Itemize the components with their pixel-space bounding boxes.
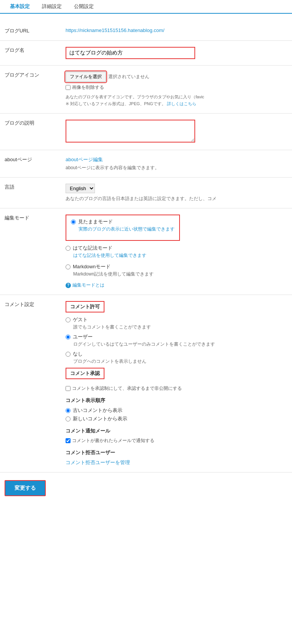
radio-order-new[interactable] xyxy=(66,417,71,421)
icon-desc-link[interactable]: 詳しくはこちら xyxy=(167,101,196,106)
icon-description: あなたのブログを表すアイコンです。ブラウザのタブやお気に入り（favic ※ 対… xyxy=(66,94,287,107)
label-comment-guest: ゲスト xyxy=(73,316,88,323)
radio-markdown[interactable] xyxy=(66,264,71,269)
label-edit-mode: 編集モード xyxy=(0,208,61,295)
row-blog-icon: ブログアイコン ファイルを選択 選択されていません 画像を削除する あなたのブロ… xyxy=(0,66,292,114)
comment-order-new: 新しいコメントから表示 xyxy=(66,415,287,422)
radio-row-hatena: はてな記法モード xyxy=(66,245,287,252)
comment-notify-title: コメント通知メール xyxy=(66,428,287,434)
row-language: 言語 日本語 English あなたのブログの言語を日本語または英語に設定できま… xyxy=(0,178,292,208)
about-page-description: aboutページに表示する内容を編集できます。 xyxy=(66,165,159,170)
tabs-bar: 基本設定 詳細設定 公開設定 xyxy=(0,0,292,14)
language-description: あなたのブログの言語を日本語または英語に設定できます。ただし、コメ xyxy=(66,195,287,202)
row-edit-mode: 編集モード 見たままモード 実際のブログの表示に近い状態で編集できます はてな記… xyxy=(0,208,292,295)
radio-wysiwyg[interactable] xyxy=(71,219,76,224)
desc-comment-user: ログインしているはてなユーザーのみコメントを書くことができます xyxy=(73,341,287,348)
label-wysiwyg: 見たままモード xyxy=(78,218,113,225)
row-blog-name: ブログ名 xyxy=(0,41,292,66)
notify-checkbox[interactable] xyxy=(66,438,71,443)
delete-image-checkbox[interactable] xyxy=(66,85,71,90)
label-about-page: aboutページ xyxy=(0,150,61,178)
blog-name-input[interactable] xyxy=(66,47,195,59)
comment-reject-link[interactable]: コメント拒否ユーザーを管理 xyxy=(66,460,130,465)
label-blog-icon: ブログアイコン xyxy=(0,66,61,114)
file-select-button[interactable]: ファイルを選択 xyxy=(66,72,106,82)
icon-desc-line1: あなたのブログを表すアイコンです。ブラウザのタブやお気に入り（favic xyxy=(66,95,204,99)
label-comment-user: ユーザー xyxy=(73,333,93,340)
row-about-page: aboutページ aboutページ編集 aboutページに表示する内容を編集でき… xyxy=(0,150,292,178)
value-about-page: aboutページ編集 aboutページに表示する内容を編集できます。 xyxy=(61,150,292,178)
label-blog-name: ブログ名 xyxy=(0,41,61,66)
row-comment-settings: コメント設定 コメント許可 ゲスト 誰でもコメントを書くことができます xyxy=(0,295,292,473)
desc-comment-none: ブログへのコメントを表示しません xyxy=(73,358,287,365)
icon-desc-line2: ※ 対応しているファイル形式は、JPEG、PNGです。 xyxy=(66,101,166,106)
label-language: 言語 xyxy=(0,178,61,208)
value-comment-settings: コメント許可 ゲスト 誰でもコメントを書くことができます ユーザー ログインし xyxy=(61,295,292,473)
comment-order-old: 古いコメントから表示 xyxy=(66,407,287,414)
edit-mode-wysiwyg-box: 見たままモード 実際のブログの表示に近い状態で編集できます xyxy=(66,215,180,241)
comment-permission-title: コメント許可 xyxy=(66,301,104,312)
no-file-label: 選択されていません xyxy=(108,74,149,80)
label-comment-none: なし xyxy=(73,351,83,357)
comment-approval-title: コメント承認 xyxy=(66,368,104,379)
tab-basic[interactable]: 基本設定 xyxy=(4,0,36,14)
submit-button[interactable]: 変更する xyxy=(5,480,46,496)
radio-row-wysiwyg: 見たままモード xyxy=(71,218,175,225)
radio-hatena[interactable] xyxy=(66,246,71,251)
radio-comment-user[interactable] xyxy=(66,335,71,340)
comment-order-title: コメント表示順序 xyxy=(66,397,287,404)
edit-mode-help-link[interactable]: ? 編集モードとは xyxy=(66,282,287,288)
approval-checkbox-label: コメントを承認制にして、承認するまで非公開にする xyxy=(72,385,182,392)
radio-order-old[interactable] xyxy=(66,408,71,413)
edit-mode-hatena-group: はてな記法モード はてな記法を使用して編集できます xyxy=(66,245,287,259)
desc-wysiwyg: 実際のブログの表示に近い状態で編集できます xyxy=(79,226,175,232)
edit-mode-markdown-group: Markdownモード Markdown記法を使用して編集できます xyxy=(66,263,287,277)
about-page-link[interactable]: aboutページ編集 xyxy=(66,156,287,163)
delete-image-label: 画像を削除する xyxy=(72,84,104,91)
value-blog-url: https://nickname151515156.hatenablog.com… xyxy=(61,21,292,41)
file-select-row: ファイルを選択 選択されていません xyxy=(66,72,287,82)
tab-detail[interactable]: 詳細設定 xyxy=(36,0,68,13)
label-blog-description: ブログの説明 xyxy=(0,114,61,150)
desc-comment-guest: 誰でもコメントを書くことができます xyxy=(73,324,287,330)
radio-comment-guest[interactable] xyxy=(66,317,71,322)
help-icon: ? xyxy=(66,283,71,288)
label-comment-settings: コメント設定 xyxy=(0,295,61,473)
comment-option-guest: ゲスト 誰でもコメントを書くことができます xyxy=(66,316,287,330)
help-text: 編集モードとは xyxy=(72,282,104,288)
notify-checkbox-label: コメントが書かれたらメールで通知する xyxy=(72,437,154,444)
settings-table: ブログURL https://nickname151515156.hatenab… xyxy=(0,21,292,473)
comment-option-none: なし ブログへのコメントを表示しません xyxy=(66,351,287,365)
label-blog-url: ブログURL xyxy=(0,21,61,41)
delete-image-row: 画像を削除する xyxy=(66,84,287,91)
label-order-old: 古いコメントから表示 xyxy=(73,407,122,414)
label-order-new: 新しいコメントから表示 xyxy=(73,415,127,422)
radio-comment-none[interactable] xyxy=(66,352,71,357)
row-blog-url: ブログURL https://nickname151515156.hatenab… xyxy=(0,21,292,41)
comment-option-user: ユーザー ログインしているはてなユーザーのみコメントを書くことができます xyxy=(66,333,287,348)
blog-description-textarea[interactable] xyxy=(66,120,195,143)
value-blog-description xyxy=(61,114,292,150)
row-blog-description: ブログの説明 xyxy=(0,114,292,150)
blog-url-text: https://nickname151515156.hatenablog.com… xyxy=(66,26,164,33)
value-language: 日本語 English あなたのブログの言語を日本語または英語に設定できます。た… xyxy=(61,178,292,208)
submit-row: 変更する xyxy=(0,473,292,508)
tab-public[interactable]: 公開設定 xyxy=(68,0,100,13)
value-blog-icon: ファイルを選択 選択されていません 画像を削除する あなたのブログを表すアイコン… xyxy=(61,66,292,114)
approval-checkbox[interactable] xyxy=(66,386,71,391)
language-select[interactable]: 日本語 English xyxy=(66,184,95,193)
value-blog-name xyxy=(61,41,292,66)
desc-hatena: はてな記法を使用して編集できます xyxy=(73,252,287,259)
label-hatena: はてな記法モード xyxy=(73,245,112,252)
value-edit-mode: 見たままモード 実際のブログの表示に近い状態で編集できます はてな記法モード は… xyxy=(61,208,292,295)
approval-checkbox-row: コメントを承認制にして、承認するまで非公開にする xyxy=(66,385,287,392)
notify-checkbox-row: コメントが書かれたらメールで通知する xyxy=(66,437,287,444)
desc-markdown: Markdown記法を使用して編集できます xyxy=(73,271,287,277)
label-markdown: Markdownモード xyxy=(73,263,111,270)
radio-row-markdown: Markdownモード xyxy=(66,263,287,270)
comment-reject-title: コメント拒否ユーザー xyxy=(66,449,287,456)
